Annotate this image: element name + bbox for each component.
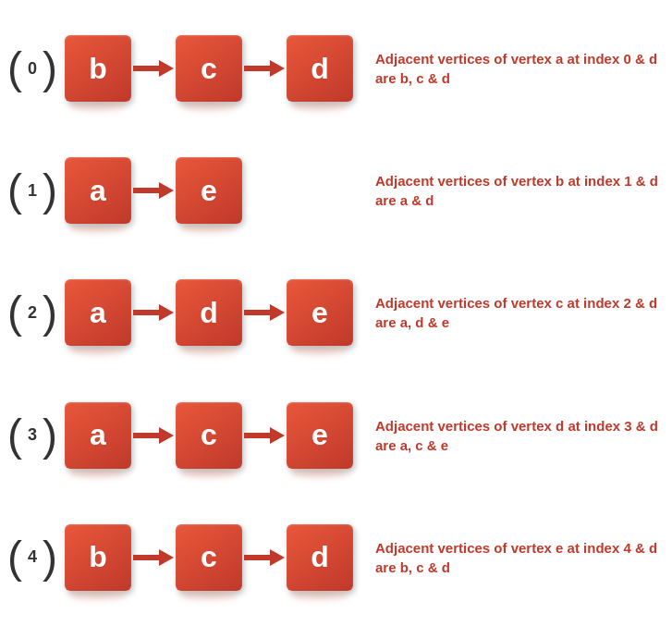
node-box-1-1: e [176, 157, 242, 224]
arrow-0-2 [242, 55, 287, 81]
row-3: (3)aceAdjacent vertices of vertex d at i… [0, 380, 672, 491]
description-3: Adjacent vertices of vertex d at index 3… [360, 416, 665, 455]
svg-marker-3 [270, 60, 285, 77]
left-bracket-2: ( [7, 290, 22, 335]
svg-marker-17 [270, 549, 285, 566]
right-bracket-2: ) [43, 290, 57, 335]
svg-rect-2 [244, 66, 272, 71]
description-0: Adjacent vertices of vertex a at index 0… [360, 49, 665, 88]
svg-rect-4 [133, 188, 161, 193]
node-box-4-1: c [176, 524, 242, 591]
node-box-2-2: e [287, 279, 353, 346]
row-4: (4)bcdAdjacent vertices of vertex e at i… [0, 502, 672, 613]
nodes-area-0: bcd [65, 35, 360, 102]
index-label-0: 0 [24, 59, 41, 79]
arrow-0-1 [131, 55, 176, 81]
svg-rect-14 [133, 555, 161, 560]
svg-marker-15 [159, 549, 174, 566]
row-1: (1)aeAdjacent vertices of vertex b at in… [0, 135, 672, 246]
node-box-0-0: b [65, 35, 131, 102]
description-2: Adjacent vertices of vertex c at index 2… [360, 293, 665, 332]
node-box-3-1: c [176, 402, 242, 469]
arrow-3-1 [131, 423, 176, 448]
index-label-3: 3 [24, 425, 41, 445]
description-4: Adjacent vertices of vertex e at index 4… [360, 538, 665, 577]
nodes-area-3: ace [65, 402, 360, 469]
node-box-1-0: a [65, 157, 131, 224]
bracket-group-0: (0) [7, 46, 57, 91]
bracket-group-3: (3) [7, 413, 57, 458]
svg-rect-12 [244, 433, 272, 438]
svg-rect-6 [133, 310, 161, 315]
row-2: (2)adeAdjacent vertices of vertex c at i… [0, 257, 672, 368]
index-label-4: 4 [24, 547, 41, 567]
node-box-2-1: d [176, 279, 242, 346]
node-box-4-0: b [65, 524, 131, 591]
svg-marker-9 [270, 304, 285, 321]
svg-marker-11 [159, 427, 174, 444]
index-label-2: 2 [24, 303, 41, 323]
svg-marker-5 [159, 182, 174, 199]
bracket-group-4: (4) [7, 535, 57, 580]
svg-marker-13 [270, 427, 285, 444]
index-label-1: 1 [24, 181, 41, 201]
arrow-1-1 [131, 178, 176, 203]
svg-marker-1 [159, 60, 174, 77]
arrow-3-2 [242, 423, 287, 448]
node-box-0-1: c [176, 35, 242, 102]
nodes-area-2: ade [65, 279, 360, 346]
node-box-2-0: a [65, 279, 131, 346]
svg-marker-7 [159, 304, 174, 321]
description-1: Adjacent vertices of vertex b at index 1… [360, 171, 665, 210]
arrow-4-2 [242, 545, 287, 571]
nodes-area-4: bcd [65, 524, 360, 591]
right-bracket-1: ) [43, 168, 57, 213]
arrow-2-1 [131, 300, 176, 325]
right-bracket-0: ) [43, 46, 57, 91]
bracket-group-1: (1) [7, 168, 57, 213]
node-box-4-2: d [287, 524, 353, 591]
node-box-3-2: e [287, 402, 353, 469]
right-bracket-4: ) [43, 535, 57, 580]
svg-rect-10 [133, 433, 161, 438]
right-bracket-3: ) [43, 413, 57, 458]
arrow-4-1 [131, 545, 176, 571]
left-bracket-0: ( [7, 46, 22, 91]
svg-rect-0 [133, 66, 161, 71]
left-bracket-3: ( [7, 413, 22, 458]
bracket-group-2: (2) [7, 290, 57, 335]
left-bracket-4: ( [7, 535, 22, 580]
nodes-area-1: ae [65, 157, 360, 224]
node-box-0-2: d [287, 35, 353, 102]
svg-rect-16 [244, 555, 272, 560]
left-bracket-1: ( [7, 168, 22, 213]
svg-rect-8 [244, 310, 272, 315]
node-box-3-0: a [65, 402, 131, 469]
main-container: (0)bcdAdjacent vertices of vertex a at i… [0, 0, 672, 626]
row-0: (0)bcdAdjacent vertices of vertex a at i… [0, 13, 672, 124]
arrow-2-2 [242, 300, 287, 325]
